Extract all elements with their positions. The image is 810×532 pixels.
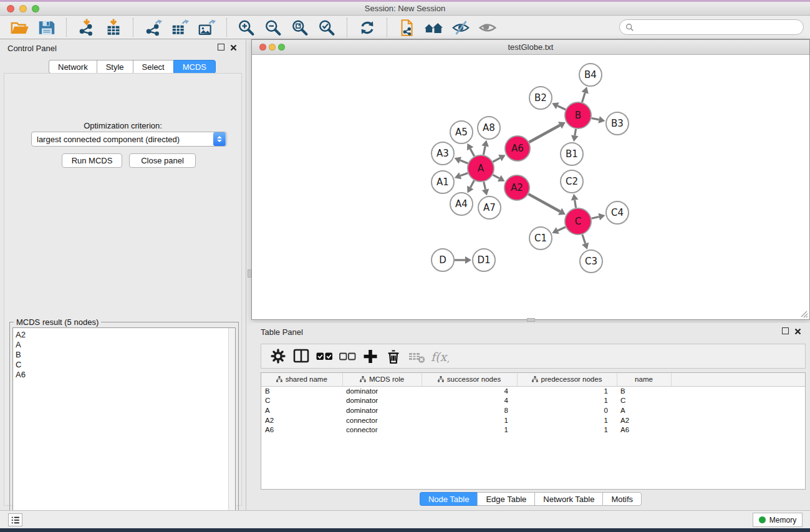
mcds-result-list[interactable]: A2ABCA6	[12, 327, 236, 530]
memory-button[interactable]: Memory	[753, 513, 803, 527]
hide-details-button[interactable]	[447, 17, 474, 37]
network-window-titlebar[interactable]: testGlobe.txt	[252, 40, 809, 55]
refresh-icon	[357, 19, 377, 37]
zoom-out-button[interactable]	[260, 17, 287, 37]
table-row[interactable]: Cdominator41C	[261, 396, 805, 406]
export-network-button[interactable]	[140, 17, 166, 37]
save-session-button[interactable]	[33, 17, 60, 37]
table-cell[interactable]: A6	[261, 425, 342, 435]
table-cell[interactable]: 0	[517, 405, 617, 415]
toolbar-group	[0, 18, 66, 37]
horizontal-splitter-handle[interactable]	[527, 318, 535, 322]
float-table-panel-icon[interactable]	[782, 327, 789, 334]
control-panel: Control Panel NetworkStyleSelectMCDS Opt…	[0, 39, 246, 510]
table-cell[interactable]: 8	[422, 405, 517, 415]
deselect-all-checks-button[interactable]	[335, 346, 359, 367]
delete-table-button[interactable]	[405, 346, 428, 367]
refresh-button[interactable]	[354, 17, 380, 37]
table-cell[interactable]: C	[617, 396, 671, 406]
table-cell[interactable]: 1	[517, 396, 617, 406]
zoom-selected-button[interactable]	[314, 17, 340, 37]
tab-select[interactable]: Select	[133, 60, 173, 74]
search-input[interactable]	[634, 21, 803, 34]
run-mcds-button[interactable]: Run MCDS	[62, 153, 122, 168]
column-header-successor-nodes[interactable]: successor nodes	[422, 373, 517, 386]
table-row[interactable]: A6connector11A6	[261, 425, 805, 435]
tab-node-table[interactable]: Node Table	[420, 492, 478, 506]
table-cell[interactable]: connector	[342, 425, 422, 435]
node-table[interactable]: shared nameMCDS rolesuccessor nodesprede…	[261, 372, 806, 490]
status-bar: Memory	[0, 510, 810, 528]
result-item[interactable]: C	[16, 360, 235, 370]
table-row[interactable]: Bdominator41B	[261, 386, 805, 396]
settings-button[interactable]	[266, 346, 289, 367]
show-details-button[interactable]	[474, 17, 501, 37]
tab-motifs[interactable]: Motifs	[602, 492, 642, 506]
graph-node-label: A3	[436, 148, 449, 159]
table-cell[interactable]: A2	[617, 415, 671, 425]
criterion-dropdown[interactable]: largest connected component (directed)	[31, 132, 227, 147]
result-item[interactable]: A	[16, 340, 235, 350]
table-cell[interactable]: 1	[517, 425, 617, 435]
add-row-button[interactable]	[359, 346, 382, 367]
task-history-button[interactable]	[8, 513, 22, 526]
table-cell[interactable]: A	[617, 405, 671, 415]
tab-network[interactable]: Network	[49, 60, 97, 74]
clone-network-button[interactable]	[393, 17, 420, 37]
result-item[interactable]: A2	[16, 330, 235, 340]
tab-edge-table[interactable]: Edge Table	[477, 492, 534, 506]
column-header-shared-name[interactable]: shared name	[261, 373, 342, 386]
search-field[interactable]	[619, 19, 804, 35]
table-row[interactable]: A2connector11A2	[261, 415, 805, 425]
table-row[interactable]: Adominator80A	[261, 405, 805, 415]
result-item[interactable]: A6	[16, 370, 235, 380]
open-session-button[interactable]	[6, 17, 33, 37]
table-cell[interactable]: A6	[617, 425, 671, 435]
table-cell[interactable]: dominator	[342, 405, 422, 415]
select-all-checks-button[interactable]	[312, 346, 335, 367]
tab-mcds[interactable]: MCDS	[173, 60, 216, 74]
export-table-button[interactable]	[166, 17, 193, 37]
table-cell[interactable]: C	[261, 396, 342, 406]
table-cell[interactable]: A	[261, 405, 342, 415]
graph-node-label: A5	[455, 127, 468, 138]
network-graph-canvas[interactable]: B4B2BB3A5A8A6A3B1AA1A2C2A4A7CC1C4C3DD1	[252, 55, 809, 319]
table-cell[interactable]: 4	[422, 386, 517, 396]
graph-node-label: B1	[566, 148, 578, 160]
result-item[interactable]: B	[16, 350, 235, 360]
result-scrollbar[interactable]	[228, 328, 235, 530]
graph-node-label: B	[575, 110, 581, 121]
function-builder-button[interactable]: f(x)	[428, 346, 451, 367]
table-cell[interactable]: B	[617, 386, 671, 396]
column-header-MCDS-role[interactable]: MCDS role	[342, 373, 422, 386]
close-table-panel-icon[interactable]	[794, 327, 801, 337]
zoom-in-button[interactable]	[233, 17, 260, 37]
tab-style[interactable]: Style	[97, 60, 133, 74]
tab-network-table[interactable]: Network Table	[534, 492, 602, 506]
table-cell[interactable]: dominator	[342, 396, 422, 406]
table-cell[interactable]: 1	[517, 415, 617, 425]
column-header-name[interactable]: name	[617, 373, 671, 386]
zoom-out-icon	[264, 19, 284, 37]
export-image-button[interactable]	[193, 17, 220, 37]
zoom-fit-button[interactable]	[287, 17, 314, 37]
table-cell[interactable]: 1	[517, 386, 617, 396]
table-cell[interactable]: A2	[261, 415, 342, 425]
close-panel-button[interactable]: Close panel	[129, 153, 196, 168]
table-cell[interactable]: B	[261, 386, 342, 396]
table-cell[interactable]: dominator	[342, 386, 422, 396]
column-header-predecessor-nodes[interactable]: predecessor nodes	[517, 373, 617, 386]
import-table-button[interactable]	[100, 17, 127, 37]
split-view-button[interactable]	[289, 346, 312, 367]
resize-grip-icon[interactable]	[799, 309, 808, 318]
table-cell[interactable]: connector	[342, 415, 422, 425]
import-network-button[interactable]	[73, 17, 100, 37]
float-panel-icon[interactable]	[218, 44, 224, 51]
home-button[interactable]	[420, 17, 447, 37]
table-cell[interactable]: 1	[422, 415, 517, 425]
table-cell[interactable]: 1	[422, 425, 517, 435]
table-cell[interactable]: 4	[422, 396, 517, 406]
close-panel-icon[interactable]	[230, 44, 237, 53]
delete-row-button[interactable]	[382, 346, 405, 367]
vertical-splitter-handle[interactable]	[248, 269, 251, 278]
